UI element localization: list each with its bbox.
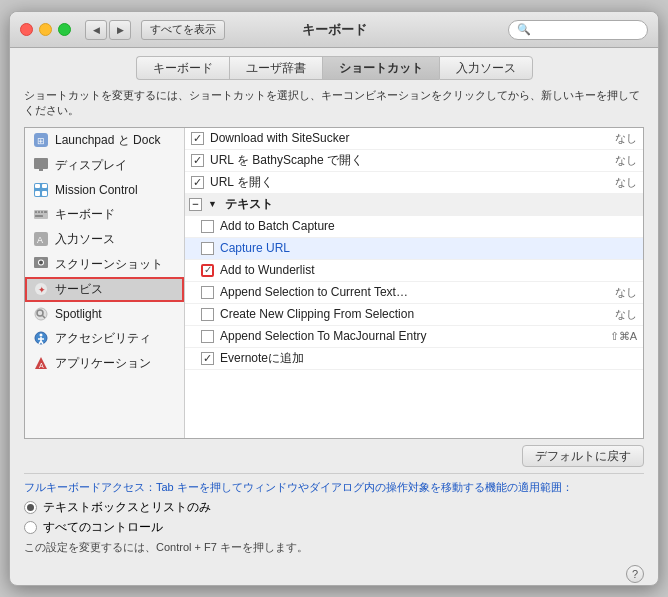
shortcut-row-5: Add to Batch Capture — [185, 216, 643, 238]
display-icon — [33, 157, 49, 173]
checkbox-1[interactable] — [191, 132, 204, 145]
shortcut-row-3: URL を開く なし — [185, 172, 643, 194]
window: ◀ ▶ すべてを表示 キーボード 🔍 キーボード ユーザ辞書 ショートカット 入… — [9, 11, 659, 586]
checkbox-5[interactable] — [201, 220, 214, 233]
sidebar-label-launchpad: Launchpad と Dock — [55, 132, 160, 149]
checkbox-6[interactable] — [201, 242, 214, 255]
checkbox-8[interactable] — [201, 286, 214, 299]
shortcut-row-category: ▼ テキスト — [185, 194, 643, 216]
nav-buttons: ◀ ▶ — [85, 20, 131, 40]
sidebar-item-apps[interactable]: A アプリケーション — [25, 351, 184, 376]
svg-rect-8 — [42, 191, 47, 196]
bottom-section: デフォルトに戻す フルキーボードアクセス：Tab キーを押してウィンドウやダイア… — [10, 439, 658, 561]
right-panel: Download with SiteSucker なし URL を BathyS… — [185, 128, 643, 438]
shortcut-key-8: なし — [615, 285, 637, 300]
radio-row-2[interactable]: すべてのコントロール — [24, 519, 644, 536]
shortcut-row-6: Capture URL — [185, 238, 643, 260]
close-button[interactable] — [20, 23, 33, 36]
svg-text:⊞: ⊞ — [37, 136, 45, 146]
shortcut-key-10: ⇧⌘A — [610, 330, 637, 343]
tab-shortcuts[interactable]: ショートカット — [322, 56, 439, 80]
checkbox-10[interactable] — [201, 330, 214, 343]
sidebar-item-mission[interactable]: Mission Control — [25, 178, 184, 202]
svg-point-19 — [39, 261, 43, 265]
sidebar-item-spotlight[interactable]: Spotlight — [25, 302, 184, 326]
checkbox-9[interactable] — [201, 308, 214, 321]
shortcut-row-10: Append Selection To MacJournal Entry ⇧⌘A — [185, 326, 643, 348]
forward-button[interactable]: ▶ — [109, 20, 131, 40]
sidebar-item-accessibility[interactable]: アクセシビリティ — [25, 326, 184, 351]
shortcut-row-1: Download with SiteSucker なし — [185, 128, 643, 150]
sidebar-label-keyboard: キーボード — [55, 206, 115, 223]
svg-text:A: A — [37, 235, 43, 245]
shortcut-row-8: Append Selection to Current Text… なし — [185, 282, 643, 304]
radio-text-only[interactable] — [24, 501, 37, 514]
sidebar-item-keyboard[interactable]: キーボード — [25, 202, 184, 227]
back-button[interactable]: ◀ — [85, 20, 107, 40]
description: ショートカットを変更するには、ショートカットを選択し、キーコンビネーションをクリ… — [10, 80, 658, 127]
svg-rect-11 — [38, 211, 40, 213]
maximize-button[interactable] — [58, 23, 71, 36]
show-all-button[interactable]: すべてを表示 — [141, 20, 225, 40]
shortcut-label-1: Download with SiteSucker — [210, 131, 609, 145]
search-icon: 🔍 — [517, 23, 531, 36]
checkbox-3[interactable] — [191, 176, 204, 189]
window-title: キーボード — [302, 21, 367, 39]
bottom-note: この設定を変更するには、Control + F7 キーを押します。 — [24, 540, 644, 555]
sidebar-label-input: 入力ソース — [55, 231, 115, 248]
svg-text:A: A — [39, 362, 44, 369]
tabs-bar: キーボード ユーザ辞書 ショートカット 入力ソース — [10, 48, 658, 80]
shortcut-row-7: ✓ Add to Wunderlist — [185, 260, 643, 282]
shortcut-row-11: Evernoteに追加 — [185, 348, 643, 370]
sidebar-item-inputsource[interactable]: A 入力ソース — [25, 227, 184, 252]
shortcut-row-2: URL を BathyScaphe で開く なし — [185, 150, 643, 172]
default-button[interactable]: デフォルトに戻す — [522, 445, 644, 467]
sidebar-item-display[interactable]: ディスプレイ — [25, 153, 184, 178]
sidebar-label-mission: Mission Control — [55, 183, 138, 197]
shortcut-label-8: Append Selection to Current Text… — [220, 285, 609, 299]
input-icon: A — [33, 231, 49, 247]
checkbox-cat[interactable] — [189, 198, 202, 211]
main-content: ⊞ Launchpad と Dock ディスプレイ Mission Contro… — [24, 127, 644, 439]
shortcut-label-9: Create New Clipping From Selection — [220, 307, 609, 321]
radio-label-2: すべてのコントロール — [43, 519, 163, 536]
shortcut-label-6: Capture URL — [220, 241, 631, 255]
mission-icon — [33, 182, 49, 198]
minimize-button[interactable] — [39, 23, 52, 36]
sidebar: ⊞ Launchpad と Dock ディスプレイ Mission Contro… — [25, 128, 185, 438]
help-button[interactable]: ? — [626, 565, 644, 583]
svg-point-26 — [40, 334, 43, 337]
tab-input[interactable]: 入力ソース — [439, 56, 533, 80]
svg-rect-12 — [41, 211, 43, 213]
sidebar-item-screenshot[interactable]: スクリーンショット — [25, 252, 184, 277]
keyboard-icon — [33, 206, 49, 222]
sidebar-item-services[interactable]: ✦ サービス — [25, 277, 184, 302]
radio-row-1[interactable]: テキストボックスとリストのみ — [24, 499, 644, 516]
accessibility-icon — [33, 330, 49, 346]
services-icon: ✦ — [33, 281, 49, 297]
apps-icon: A — [33, 355, 49, 371]
checkbox-7[interactable]: ✓ — [201, 264, 214, 277]
shortcut-label-cat: テキスト — [225, 196, 637, 213]
checkbox-2[interactable] — [191, 154, 204, 167]
search-input[interactable] — [535, 24, 639, 36]
sidebar-item-launchpad[interactable]: ⊞ Launchpad と Dock — [25, 128, 184, 153]
shortcut-label-2: URL を BathyScaphe で開く — [210, 152, 609, 169]
shortcut-label-5: Add to Batch Capture — [220, 219, 631, 233]
checkbox-11[interactable] — [201, 352, 214, 365]
svg-rect-13 — [44, 211, 47, 213]
full-kb-title: フルキーボードアクセス：Tab キーを押してウィンドウやダイアログ内の操作対象を… — [24, 480, 644, 495]
launchpad-icon: ⊞ — [33, 132, 49, 148]
sidebar-label-services: サービス — [55, 281, 103, 298]
radio-label-1: テキストボックスとリストのみ — [43, 499, 211, 516]
svg-rect-7 — [35, 191, 40, 196]
tab-userdic[interactable]: ユーザ辞書 — [229, 56, 322, 80]
tab-keyboard[interactable]: キーボード — [136, 56, 229, 80]
search-box[interactable]: 🔍 — [508, 20, 648, 40]
default-btn-row: デフォルトに戻す — [24, 445, 644, 467]
help-row: ? — [10, 561, 658, 585]
svg-text:✦: ✦ — [38, 285, 46, 295]
radio-all-controls[interactable] — [24, 521, 37, 534]
shortcut-label-10: Append Selection To MacJournal Entry — [220, 329, 604, 343]
svg-rect-2 — [34, 158, 48, 169]
